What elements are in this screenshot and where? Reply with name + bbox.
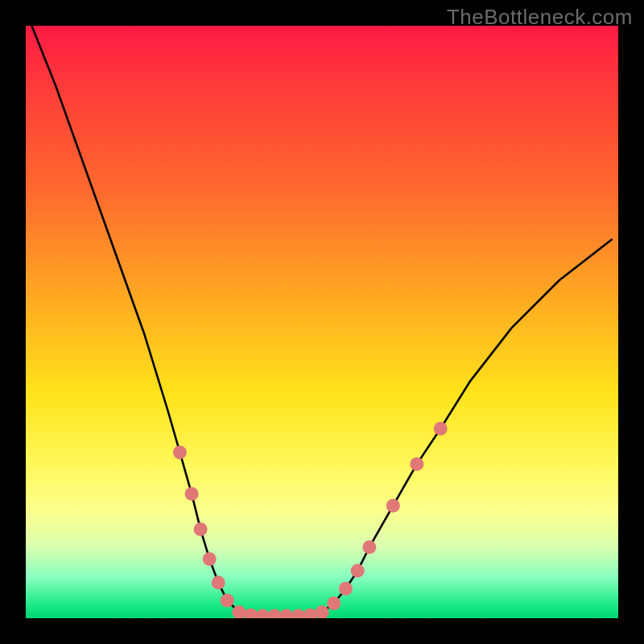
data-point <box>173 445 187 459</box>
data-point <box>279 609 293 618</box>
data-point <box>244 609 258 618</box>
data-point <box>386 499 400 513</box>
data-points <box>26 26 618 618</box>
data-point <box>194 522 208 536</box>
data-point <box>339 582 353 596</box>
data-point <box>327 597 341 610</box>
data-point <box>351 564 365 578</box>
data-point <box>256 609 270 618</box>
data-point <box>291 609 305 618</box>
data-point <box>316 605 329 618</box>
chart-frame: TheBottleneck.com <box>0 0 644 644</box>
watermark-text: TheBottleneck.com <box>447 5 633 30</box>
data-point <box>410 457 423 471</box>
data-point <box>362 540 376 554</box>
data-point <box>303 609 317 618</box>
data-point <box>268 609 282 618</box>
data-point <box>212 576 225 589</box>
data-point <box>185 487 199 501</box>
data-point <box>434 422 448 436</box>
data-point <box>221 593 234 607</box>
plot-area <box>26 26 618 618</box>
data-point <box>203 552 217 566</box>
data-point <box>233 605 246 618</box>
